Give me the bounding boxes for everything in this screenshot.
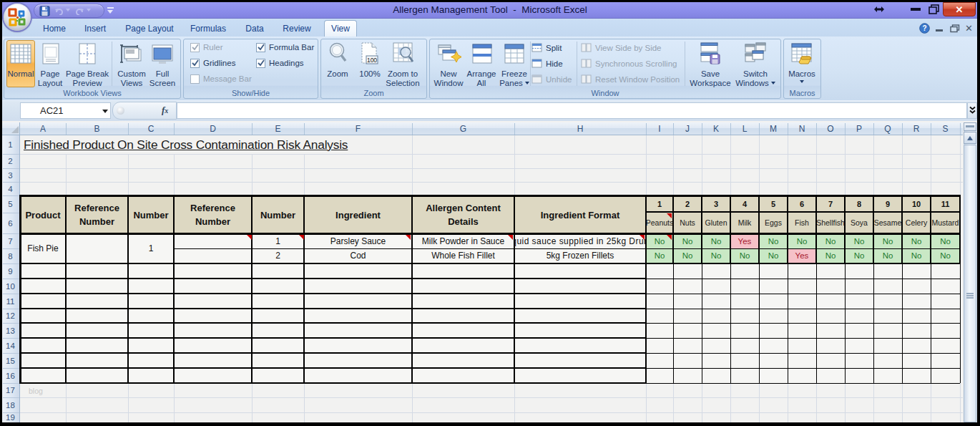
svg-text:?: ? [922,24,926,32]
svg-text:100: 100 [367,57,377,64]
